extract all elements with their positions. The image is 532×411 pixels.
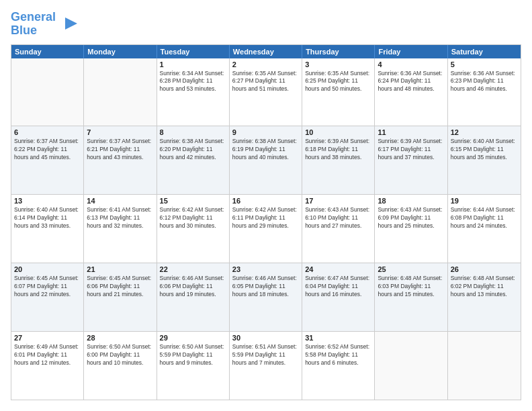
day-info: Sunrise: 6:35 AM Sunset: 6:27 PM Dayligh… (232, 70, 299, 94)
logo-text-block: General Blue (11, 11, 79, 38)
day-number: 7 (87, 128, 153, 136)
day-info: Sunrise: 6:49 AM Sunset: 6:01 PM Dayligh… (14, 343, 81, 367)
calendar-cell: 28Sunrise: 6:50 AM Sunset: 6:00 PM Dayli… (84, 332, 157, 400)
calendar-body: 1Sunrise: 6:34 AM Sunset: 6:28 PM Daylig… (11, 58, 521, 400)
day-number: 8 (160, 128, 226, 136)
logo-blue: Blue (11, 24, 37, 37)
calendar-cell: 9Sunrise: 6:38 AM Sunset: 6:19 PM Daylig… (230, 126, 302, 194)
calendar-cell: 20Sunrise: 6:45 AM Sunset: 6:07 PM Dayli… (11, 263, 84, 331)
day-info: Sunrise: 6:42 AM Sunset: 6:12 PM Dayligh… (160, 206, 226, 230)
calendar-cell: 12Sunrise: 6:40 AM Sunset: 6:15 PM Dayli… (448, 126, 521, 194)
day-info: Sunrise: 6:36 AM Sunset: 6:23 PM Dayligh… (451, 70, 518, 94)
calendar-cell: 4Sunrise: 6:36 AM Sunset: 6:24 PM Daylig… (375, 58, 447, 126)
day-number: 29 (160, 334, 226, 342)
day-info: Sunrise: 6:38 AM Sunset: 6:20 PM Dayligh… (160, 138, 226, 162)
day-number: 12 (451, 128, 518, 136)
day-number: 26 (451, 265, 518, 273)
day-info: Sunrise: 6:34 AM Sunset: 6:28 PM Dayligh… (160, 70, 226, 94)
calendar-cell: 21Sunrise: 6:45 AM Sunset: 6:06 PM Dayli… (84, 263, 157, 331)
day-info: Sunrise: 6:52 AM Sunset: 5:58 PM Dayligh… (305, 343, 371, 367)
calendar-cell: 18Sunrise: 6:43 AM Sunset: 6:09 PM Dayli… (375, 195, 447, 263)
calendar-cell: 6Sunrise: 6:37 AM Sunset: 6:22 PM Daylig… (11, 126, 84, 194)
weekday-header-wednesday: Wednesday (230, 45, 302, 58)
weekday-header-sunday: Sunday (11, 45, 84, 58)
day-info: Sunrise: 6:40 AM Sunset: 6:14 PM Dayligh… (14, 206, 81, 230)
day-number: 25 (378, 265, 444, 273)
day-number: 27 (14, 334, 81, 342)
day-number: 13 (14, 197, 81, 205)
calendar-cell: 1Sunrise: 6:34 AM Sunset: 6:28 PM Daylig… (157, 58, 230, 126)
day-info: Sunrise: 6:35 AM Sunset: 6:25 PM Dayligh… (305, 70, 371, 94)
day-info: Sunrise: 6:48 AM Sunset: 6:03 PM Dayligh… (378, 275, 444, 299)
day-info: Sunrise: 6:44 AM Sunset: 6:08 PM Dayligh… (451, 206, 518, 230)
calendar-cell: 27Sunrise: 6:49 AM Sunset: 6:01 PM Dayli… (11, 332, 84, 400)
calendar-cell: 30Sunrise: 6:51 AM Sunset: 5:59 PM Dayli… (230, 332, 302, 400)
day-number: 6 (14, 128, 81, 136)
calendar-cell: 3Sunrise: 6:35 AM Sunset: 6:25 PM Daylig… (302, 58, 375, 126)
weekday-header-thursday: Thursday (302, 45, 375, 58)
day-info: Sunrise: 6:46 AM Sunset: 6:06 PM Dayligh… (160, 275, 226, 299)
calendar-cell: 22Sunrise: 6:46 AM Sunset: 6:06 PM Dayli… (157, 263, 230, 331)
day-info: Sunrise: 6:43 AM Sunset: 6:09 PM Dayligh… (378, 206, 444, 230)
day-info: Sunrise: 6:41 AM Sunset: 6:13 PM Dayligh… (87, 206, 153, 230)
calendar-cell: 26Sunrise: 6:48 AM Sunset: 6:02 PM Dayli… (448, 263, 521, 331)
day-info: Sunrise: 6:39 AM Sunset: 6:18 PM Dayligh… (305, 138, 371, 162)
weekday-header-monday: Monday (84, 45, 157, 58)
day-number: 24 (305, 265, 371, 273)
day-number: 31 (305, 334, 371, 342)
day-info: Sunrise: 6:36 AM Sunset: 6:24 PM Dayligh… (378, 70, 444, 94)
page: General Blue SundayMondayTuesdayWednesda… (0, 0, 532, 411)
header: General Blue (11, 11, 521, 38)
day-info: Sunrise: 6:45 AM Sunset: 6:06 PM Dayligh… (87, 275, 153, 299)
calendar-cell: 13Sunrise: 6:40 AM Sunset: 6:14 PM Dayli… (11, 195, 84, 263)
day-number: 10 (305, 128, 371, 136)
day-info: Sunrise: 6:50 AM Sunset: 6:00 PM Dayligh… (87, 343, 153, 367)
day-info: Sunrise: 6:40 AM Sunset: 6:15 PM Dayligh… (451, 138, 518, 162)
day-info: Sunrise: 6:37 AM Sunset: 6:22 PM Dayligh… (14, 138, 81, 162)
day-number: 16 (232, 197, 299, 205)
day-number: 4 (378, 60, 444, 68)
calendar-header: SundayMondayTuesdayWednesdayThursdayFrid… (11, 45, 521, 58)
calendar-cell: 14Sunrise: 6:41 AM Sunset: 6:13 PM Dayli… (84, 195, 157, 263)
logo-text: General Blue (11, 11, 56, 38)
weekday-header-friday: Friday (375, 45, 447, 58)
calendar-row-4: 20Sunrise: 6:45 AM Sunset: 6:07 PM Dayli… (11, 263, 521, 331)
day-number: 1 (160, 60, 226, 68)
day-info: Sunrise: 6:42 AM Sunset: 6:11 PM Dayligh… (232, 206, 299, 230)
day-info: Sunrise: 6:43 AM Sunset: 6:10 PM Dayligh… (305, 206, 371, 230)
weekday-header-saturday: Saturday (448, 45, 521, 58)
calendar-cell: 8Sunrise: 6:38 AM Sunset: 6:20 PM Daylig… (157, 126, 230, 194)
day-number: 30 (232, 334, 299, 342)
day-number: 23 (232, 265, 299, 273)
day-number: 5 (451, 60, 518, 68)
calendar-row-3: 13Sunrise: 6:40 AM Sunset: 6:14 PM Dayli… (11, 194, 521, 263)
logo-icon (58, 14, 79, 34)
day-number: 14 (87, 197, 153, 205)
calendar-cell: 11Sunrise: 6:39 AM Sunset: 6:17 PM Dayli… (375, 126, 447, 194)
day-info: Sunrise: 6:48 AM Sunset: 6:02 PM Dayligh… (451, 275, 518, 299)
svg-marker-0 (65, 17, 77, 30)
day-number: 15 (160, 197, 226, 205)
calendar-cell (375, 332, 447, 400)
logo-general: General (11, 10, 56, 24)
day-info: Sunrise: 6:47 AM Sunset: 6:04 PM Dayligh… (305, 275, 371, 299)
calendar-cell (11, 58, 84, 126)
calendar-row-2: 6Sunrise: 6:37 AM Sunset: 6:22 PM Daylig… (11, 126, 521, 194)
calendar-cell: 19Sunrise: 6:44 AM Sunset: 6:08 PM Dayli… (448, 195, 521, 263)
day-info: Sunrise: 6:46 AM Sunset: 6:05 PM Dayligh… (232, 275, 299, 299)
calendar-cell: 15Sunrise: 6:42 AM Sunset: 6:12 PM Dayli… (157, 195, 230, 263)
logo: General Blue (11, 11, 79, 38)
calendar-cell: 5Sunrise: 6:36 AM Sunset: 6:23 PM Daylig… (448, 58, 521, 126)
calendar-cell (448, 332, 521, 400)
calendar-cell: 7Sunrise: 6:37 AM Sunset: 6:21 PM Daylig… (84, 126, 157, 194)
day-info: Sunrise: 6:38 AM Sunset: 6:19 PM Dayligh… (232, 138, 299, 162)
day-number: 2 (232, 60, 299, 68)
calendar-cell: 2Sunrise: 6:35 AM Sunset: 6:27 PM Daylig… (230, 58, 302, 126)
day-info: Sunrise: 6:51 AM Sunset: 5:59 PM Dayligh… (232, 343, 299, 367)
calendar: SundayMondayTuesdayWednesdayThursdayFrid… (11, 44, 521, 400)
calendar-cell: 16Sunrise: 6:42 AM Sunset: 6:11 PM Dayli… (230, 195, 302, 263)
day-number: 19 (451, 197, 518, 205)
calendar-cell: 10Sunrise: 6:39 AM Sunset: 6:18 PM Dayli… (302, 126, 375, 194)
day-number: 22 (160, 265, 226, 273)
calendar-cell: 25Sunrise: 6:48 AM Sunset: 6:03 PM Dayli… (375, 263, 447, 331)
